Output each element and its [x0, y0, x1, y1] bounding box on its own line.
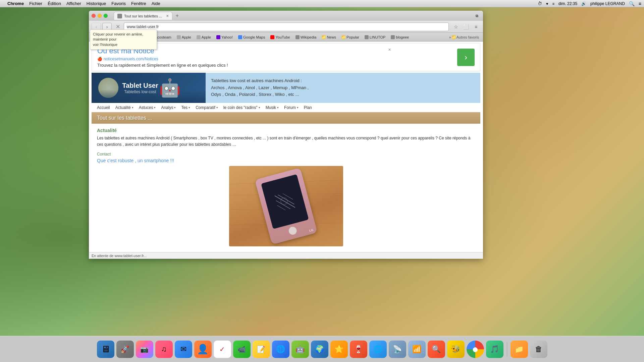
nav-musik[interactable]: Musik ▾	[263, 104, 281, 111]
site-header-image: Tablet User Tablettes low-cost 🤖	[92, 73, 206, 103]
menu-fenetre[interactable]: Fenêtre	[131, 1, 146, 6]
tooltip-text: voir l'historique	[93, 43, 117, 47]
nav-analys[interactable]: Analys ▾	[158, 104, 178, 111]
page-title: Tout sur les tablettes ...	[97, 115, 475, 121]
nav-forum[interactable]: Forum ▾	[281, 104, 301, 111]
nav-forum-dropdown: ▾	[297, 106, 299, 109]
bookmark-icon-wikipedia	[296, 35, 300, 39]
nav-tes[interactable]: Tes ▾	[178, 104, 193, 111]
window-close-button[interactable]	[92, 14, 96, 18]
tab-close-button[interactable]: ✕	[166, 14, 169, 18]
bookmark-icon-youtube	[270, 35, 274, 39]
dock-photos[interactable]: 📷	[136, 341, 153, 358]
site-header-description: Tablettes low cost et autres machines An…	[206, 73, 480, 103]
bookmark-icon-yahoo	[216, 35, 220, 39]
dock-wifi[interactable]: 📶	[408, 341, 426, 358]
bookmark-yahoo[interactable]: Yahoo!	[214, 35, 235, 40]
nav-actualite-dropdown: ▾	[132, 106, 133, 109]
ad-text: Où est ma Notice 🍎 noticesetmanuels.com/…	[97, 47, 457, 68]
cast-button[interactable]: ⬜	[462, 23, 470, 31]
window-minimize-button[interactable]	[98, 14, 102, 18]
search-menubar-icon[interactable]: 🔍	[629, 1, 635, 6]
dock-facetime[interactable]: 📹	[233, 341, 251, 358]
nav-comparatif-dropdown: ▾	[216, 106, 218, 109]
bookmark-icon-news: 📁	[322, 35, 326, 39]
bookmark-icon-apple2	[197, 35, 201, 39]
webpage: Où est ma Notice 🍎 noticesetmanuels.com/…	[89, 42, 483, 252]
window-maximize-button[interactable]	[104, 14, 108, 18]
dock-contacts[interactable]: 👤	[194, 341, 212, 358]
menu-afficher[interactable]: Afficher	[66, 1, 81, 6]
ad-url[interactable]: noticesetmanuels.com/Notices	[104, 57, 158, 61]
phone-home-button	[287, 226, 297, 236]
dock-globe2[interactable]: 🌐	[369, 341, 387, 358]
section-actualite-text: Les tablettes et autres machines Android…	[97, 135, 475, 148]
menu-edition[interactable]: Édition	[48, 1, 61, 6]
bookmark-news[interactable]: 📁 News	[320, 35, 338, 40]
site-title: Tablet User	[122, 82, 158, 89]
dock-mail[interactable]: ✉	[175, 341, 192, 358]
dock-network[interactable]: 🌐	[272, 341, 289, 358]
nav-astuces[interactable]: Astuces ▾	[136, 104, 159, 111]
volume-icon: 🔊	[581, 1, 586, 6]
dock-trash[interactable]: 🗑	[530, 341, 547, 358]
menu-fichier[interactable]: Fichier	[29, 1, 42, 6]
active-tab[interactable]: Tout sur les tablettes ... ✕	[114, 12, 172, 20]
dock-notes[interactable]: 📝	[253, 341, 270, 358]
dock-chrome[interactable]: ⬤	[467, 341, 484, 358]
menu-extras-icon[interactable]: ≡	[639, 1, 641, 6]
menu-aide[interactable]: Aide	[152, 1, 160, 6]
dock-finder[interactable]: 🖥	[97, 341, 114, 358]
bookmark-blogeee[interactable]: blogeee	[389, 35, 411, 40]
bookmark-linutop[interactable]: LINUTOP	[363, 35, 387, 40]
site-nav: Accueil Actualité ▾ Astuces ▾ Analys ▾	[92, 103, 480, 112]
bookmark-googlemaps[interactable]: Google Maps	[236, 35, 267, 40]
dock-globe[interactable]: 🌍	[311, 341, 328, 358]
url-bar[interactable]: www.tablet-user.fr	[124, 22, 449, 31]
bookmark-youtube[interactable]: YouTube	[268, 35, 292, 40]
menu-bar: Chrome Fichier Édition Afficher Historiq…	[0, 0, 644, 7]
dock-spotify[interactable]: 🎵	[486, 341, 503, 358]
bookmark-apple2[interactable]: Apple	[195, 35, 213, 40]
dock-folder[interactable]: 📁	[511, 341, 528, 358]
article-title[interactable]: Que c'est robuste , un smartphone !!!	[97, 158, 475, 163]
time-cog-icon: ⏱	[538, 1, 542, 6]
ad-url-line: 🍎 noticesetmanuels.com/Notices	[97, 57, 457, 61]
desktop: Tout sur les tablettes ... ✕ + ⧉ ‹ › ✕ w…	[0, 7, 644, 336]
menu-button[interactable]: ≡	[472, 23, 480, 31]
nav-actualite[interactable]: Actualité ▾	[113, 104, 136, 111]
dock-star[interactable]: ⭐	[330, 341, 348, 358]
dock-preview[interactable]: 🔍	[428, 341, 445, 358]
bookmark-popular[interactable]: 📁 Popular	[339, 35, 361, 40]
nav-comparatif[interactable]: Comparatif ▾	[193, 104, 221, 111]
dock-reminders[interactable]: ✓	[214, 341, 231, 358]
bookmark-star-button[interactable]: ☆	[451, 23, 460, 31]
dock-itunes[interactable]: ♫	[155, 341, 173, 358]
dock-bee[interactable]: 🐝	[447, 341, 465, 358]
restore-button[interactable]: ⧉	[474, 13, 480, 18]
nav-accueil[interactable]: Accueil	[94, 104, 113, 111]
apple-icon-small: 🍎	[97, 57, 102, 61]
dock-android[interactable]: 🤖	[291, 341, 309, 358]
nav-tes-dropdown: ▾	[189, 106, 190, 109]
menu-historique[interactable]: Historique	[87, 1, 106, 6]
menu-chrome[interactable]: Chrome	[7, 1, 24, 6]
bookmark-more-button[interactable]: » 📁 Autres favoris	[448, 35, 480, 40]
webpage-inner: Où est ma Notice 🍎 noticesetmanuels.com/…	[89, 42, 483, 252]
phone-screen	[261, 174, 309, 229]
ad-arrow-button[interactable]: ›	[457, 49, 475, 66]
dock-wineskin[interactable]: 🍷	[350, 341, 367, 358]
bookmark-apple1[interactable]: Apple	[175, 35, 193, 40]
bookmark-wikipedia[interactable]: Wikipedia	[293, 35, 319, 40]
nav-coin-radins[interactable]: le coin des "radins" ▾	[221, 104, 263, 111]
dock-launchpad[interactable]: 🚀	[116, 341, 134, 358]
spotlight-icon: ♥	[546, 2, 548, 6]
dock-satellite[interactable]: 📡	[389, 341, 406, 358]
new-tab-button[interactable]: +	[172, 12, 182, 20]
menu-favoris[interactable]: Favoris	[111, 1, 126, 6]
ad-close-button[interactable]: ✕	[387, 47, 392, 53]
nav-analys-dropdown: ▾	[174, 106, 176, 109]
tooltip: Cliquer pour revenir en arrière, mainten…	[90, 29, 157, 50]
nav-plan[interactable]: Plan	[301, 104, 315, 111]
android-mascot: 🤖	[158, 74, 182, 101]
